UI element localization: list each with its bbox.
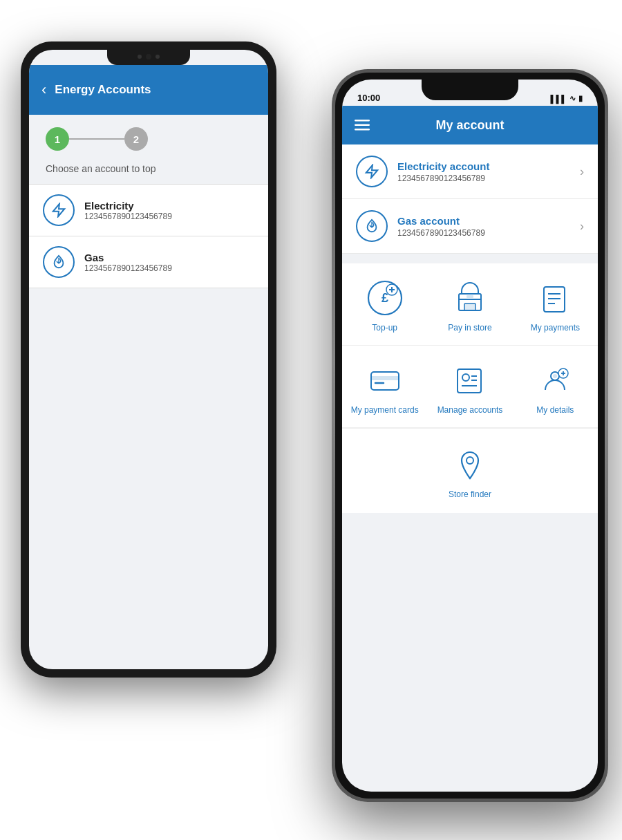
- my-payment-cards-icon: [366, 361, 404, 400]
- back-phone: ‹ Energy Accounts 1 2 Choose an account …: [21, 41, 276, 678]
- svg-rect-20: [458, 369, 481, 393]
- topup-icon: £: [366, 279, 404, 317]
- gas-front-number: 1234567890123456789: [397, 228, 580, 238]
- step-indicator: 1 2: [29, 115, 268, 159]
- gas-front-info: Gas account 1234567890123456789: [397, 215, 580, 238]
- svg-marker-4: [366, 165, 378, 178]
- pay-in-store-label: Pay in store: [448, 323, 491, 333]
- electricity-icon: [43, 194, 75, 226]
- battery-icon: ▮: [578, 94, 583, 103]
- my-details-icon: [536, 361, 574, 400]
- store-finder-button[interactable]: Store finder: [421, 434, 519, 510]
- manage-accounts-icon: [451, 361, 489, 400]
- gas-account-info: Gas 1234567890123456789: [84, 252, 172, 273]
- wifi-icon: ∿: [569, 94, 576, 103]
- electricity-front-icon: [356, 156, 388, 187]
- electricity-name: Electricity: [84, 200, 172, 212]
- my-payment-cards-label: My payment cards: [351, 405, 419, 415]
- step-line: [69, 138, 124, 140]
- my-details-button[interactable]: My details: [513, 346, 598, 428]
- front-header: My account: [342, 106, 598, 144]
- svg-rect-18: [371, 376, 399, 380]
- pay-in-store-icon: [451, 279, 489, 317]
- back-button[interactable]: ‹: [41, 81, 46, 99]
- svg-rect-11: [464, 304, 475, 310]
- manage-accounts-button[interactable]: Manage accounts: [427, 346, 512, 428]
- spacer-1: [342, 254, 598, 263]
- choose-text: Choose an account to top: [29, 159, 268, 184]
- svg-rect-12: [466, 295, 473, 298]
- gas-front-icon: [356, 210, 388, 242]
- electricity-front-name: Electricity account: [397, 160, 580, 172]
- svg-rect-2: [355, 124, 370, 127]
- gas-number: 1234567890123456789: [84, 263, 172, 273]
- gas-name: Gas: [84, 252, 172, 263]
- iphone-notch: [422, 80, 518, 100]
- gas-front-name: Gas account: [397, 215, 580, 227]
- electricity-list-item[interactable]: Electricity 1234567890123456789: [29, 184, 268, 236]
- my-payments-label: My payments: [531, 323, 580, 333]
- gas-icon: [43, 246, 75, 278]
- svg-rect-17: [371, 372, 399, 390]
- actions-grid: £ Top-up: [342, 263, 598, 428]
- signal-icon: ▌▌▌: [551, 95, 567, 103]
- svg-point-21: [462, 374, 469, 381]
- svg-rect-3: [355, 129, 370, 131]
- gas-account-row[interactable]: Gas account 1234567890123456789 ›: [342, 199, 598, 254]
- menu-button[interactable]: [355, 120, 370, 131]
- my-payment-cards-button[interactable]: My payment cards: [342, 346, 427, 428]
- store-finder-label: Store finder: [449, 489, 491, 499]
- electricity-account-row[interactable]: Electricity account 1234567890123456789 …: [342, 144, 598, 199]
- svg-rect-1: [355, 120, 370, 122]
- front-header-title: My account: [435, 118, 504, 133]
- pay-in-store-button[interactable]: Pay in store: [427, 263, 512, 346]
- status-time: 10:00: [357, 93, 380, 103]
- my-payments-button[interactable]: My payments: [513, 263, 598, 346]
- status-icons: ▌▌▌ ∿ ▮: [551, 94, 583, 103]
- store-finder-icon: [451, 445, 489, 484]
- gas-list-item[interactable]: Gas 1234567890123456789: [29, 236, 268, 288]
- electricity-chevron-icon: ›: [580, 165, 584, 179]
- electricity-front-number: 1234567890123456789: [397, 174, 580, 183]
- topup-button[interactable]: £ Top-up: [342, 263, 427, 346]
- electricity-front-info: Electricity account 1234567890123456789: [397, 160, 580, 183]
- gas-chevron-icon: ›: [580, 219, 584, 234]
- my-payments-icon: [536, 279, 574, 317]
- electricity-account-info: Electricity 1234567890123456789: [84, 200, 172, 221]
- back-phone-header: ‹ Energy Accounts: [29, 65, 268, 115]
- topup-label: Top-up: [372, 323, 397, 333]
- step-1: 1: [46, 127, 69, 151]
- my-details-label: My details: [536, 405, 574, 415]
- step-2: 2: [124, 127, 148, 151]
- svg-marker-0: [53, 204, 65, 216]
- svg-point-26: [553, 374, 557, 378]
- back-phone-title: Energy Accounts: [55, 83, 151, 97]
- front-phone: 10:00 ▌▌▌ ∿ ▮: [332, 69, 608, 802]
- svg-point-30: [466, 457, 473, 464]
- electricity-number: 1234567890123456789: [84, 212, 172, 221]
- manage-accounts-label: Manage accounts: [437, 405, 503, 415]
